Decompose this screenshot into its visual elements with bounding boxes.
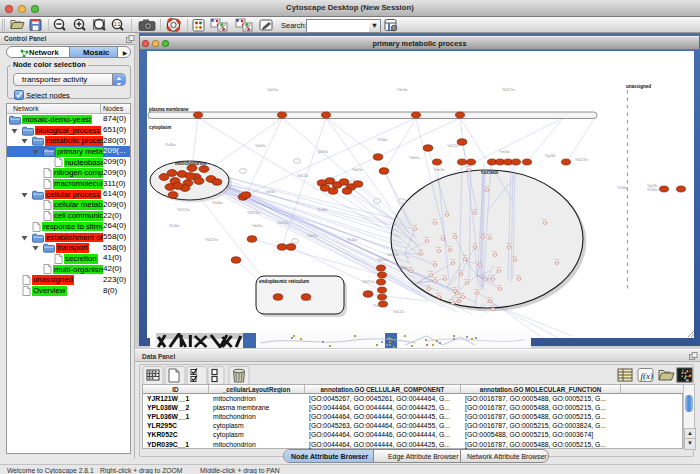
svg-text:Ygl2c: Ygl2c xyxy=(541,218,548,221)
svg-text:Ygl2c: Ygl2c xyxy=(511,255,518,258)
svg-text:Ygl2c: Ygl2c xyxy=(459,292,466,295)
svg-text:Ygl2c: Ygl2c xyxy=(505,242,512,245)
svg-text:Ylr44w: Ylr44w xyxy=(317,208,328,212)
svg-text:Yol122c: Yol122c xyxy=(297,174,309,178)
svg-text:Ygl2c: Ygl2c xyxy=(427,270,434,273)
svg-text:Ygl2c: Ygl2c xyxy=(461,254,468,257)
svg-text:Ypl07w: Ypl07w xyxy=(267,88,278,92)
svg-text:Ygl2c: Ygl2c xyxy=(435,292,442,295)
svg-text:endoplasmic reticulum: endoplasmic reticulum xyxy=(259,279,309,284)
svg-text:plasma membrane: plasma membrane xyxy=(149,107,189,112)
svg-text:Ygl2c: Ygl2c xyxy=(431,260,438,263)
svg-text:Ygl2c: Ygl2c xyxy=(411,224,418,227)
svg-text:Ykl217w: Ykl217w xyxy=(177,208,190,212)
svg-text:Ygl2c: Ygl2c xyxy=(495,266,502,269)
svg-text:Ygl2c: Ygl2c xyxy=(515,274,522,277)
svg-text:Ygl2c: Ygl2c xyxy=(431,276,438,279)
svg-text:Ykl217w: Ykl217w xyxy=(502,88,515,92)
svg-text:Ygl2c: Ygl2c xyxy=(481,274,488,277)
svg-text:Ylr44w: Ylr44w xyxy=(347,238,358,242)
svg-text:Ygl2c: Ygl2c xyxy=(457,269,464,272)
svg-text:Ygl2c: Ygl2c xyxy=(553,258,560,261)
svg-text:Yol122c: Yol122c xyxy=(277,221,289,225)
svg-text:Ygl2c: Ygl2c xyxy=(417,249,424,252)
svg-text:Yol122c: Yol122c xyxy=(447,144,459,148)
svg-text:Ydr05c: Ydr05c xyxy=(265,190,276,194)
svg-text:Ygl2c: Ygl2c xyxy=(435,246,442,249)
svg-text:Ymr3w: Ymr3w xyxy=(397,88,408,92)
svg-text:Ygl2c: Ygl2c xyxy=(455,296,462,299)
svg-text:Ygl2c: Ygl2c xyxy=(451,232,458,235)
svg-text:Ygl2c: Ygl2c xyxy=(496,284,503,287)
svg-text:Ylr44w: Ylr44w xyxy=(617,186,628,190)
svg-text:Ygl2c: Ygl2c xyxy=(473,288,480,291)
svg-text:Ykl217w: Ykl217w xyxy=(362,280,375,284)
svg-text:Ygl2c: Ygl2c xyxy=(476,260,483,263)
svg-text:Ygl2c: Ygl2c xyxy=(439,234,446,237)
svg-text:Ypl07w: Ypl07w xyxy=(317,150,328,154)
svg-text:Ydr05c: Ydr05c xyxy=(255,144,266,148)
svg-text:Ypl07w: Ypl07w xyxy=(377,258,388,262)
svg-text:Ygl2c: Ygl2c xyxy=(486,296,493,299)
svg-text:Ygl2c: Ygl2c xyxy=(431,218,438,221)
svg-text:Ydr05c: Ydr05c xyxy=(307,234,318,238)
svg-text:Ygl2c: Ygl2c xyxy=(443,210,450,213)
svg-text:Ygl2c: Ygl2c xyxy=(423,236,430,239)
svg-text:Ygl2c: Ygl2c xyxy=(407,266,414,269)
svg-text:Ydr05c: Ydr05c xyxy=(409,156,420,160)
svg-text:unassigned: unassigned xyxy=(626,84,651,89)
svg-text:Ygl2c: Ygl2c xyxy=(489,304,496,307)
svg-text:Ygr28c: Ygr28c xyxy=(545,154,556,158)
svg-text:Ygl2c: Ygl2c xyxy=(486,233,493,236)
svg-text:Ygl2c: Ygl2c xyxy=(489,274,496,277)
svg-text:Ygl2c: Ygl2c xyxy=(446,245,453,248)
svg-text:Ygl2c: Ygl2c xyxy=(425,284,432,287)
svg-text:Ydr05c: Ydr05c xyxy=(352,168,363,172)
svg-text:Ylr44w: Ylr44w xyxy=(165,143,176,147)
svg-text:Ylr44w: Ylr44w xyxy=(377,138,388,142)
svg-text:Ygl2c: Ygl2c xyxy=(471,208,478,211)
svg-text:Ykl217w: Ykl217w xyxy=(247,211,260,215)
svg-text:Ygl2c: Ygl2c xyxy=(441,274,448,277)
svg-text:Ylr44w: Ylr44w xyxy=(212,201,223,205)
svg-text:Ygl2c: Ygl2c xyxy=(483,185,490,188)
svg-text:Ygl2c: Ygl2c xyxy=(465,165,472,168)
svg-text:Ygl2c: Ygl2c xyxy=(471,242,478,245)
svg-text:Ymr3w: Ymr3w xyxy=(434,168,445,172)
svg-text:Ydr05c: Ydr05c xyxy=(252,224,263,228)
svg-text:Ykl217w: Ykl217w xyxy=(205,238,218,242)
svg-text:Yol122c: Yol122c xyxy=(387,253,399,257)
svg-text:1:1: 1:1 xyxy=(114,22,121,27)
svg-text:Ymr3w: Ymr3w xyxy=(499,150,510,154)
svg-text:Ylr44w: Ylr44w xyxy=(647,188,658,192)
svg-text:Ygl2c: Ygl2c xyxy=(449,258,456,261)
svg-text:Ygl2c: Ygl2c xyxy=(491,250,498,253)
svg-text:cytoplasm: cytoplasm xyxy=(149,125,171,130)
svg-text:Ygl2c: Ygl2c xyxy=(479,232,486,235)
svg-text:Yol122c: Yol122c xyxy=(393,310,405,314)
svg-text:Ygl2c: Ygl2c xyxy=(451,286,458,289)
svg-text:Ykl217w: Ykl217w xyxy=(575,158,588,162)
svg-text:Ylr44w: Ylr44w xyxy=(169,224,180,228)
svg-text:Ygl2c: Ygl2c xyxy=(463,278,470,281)
